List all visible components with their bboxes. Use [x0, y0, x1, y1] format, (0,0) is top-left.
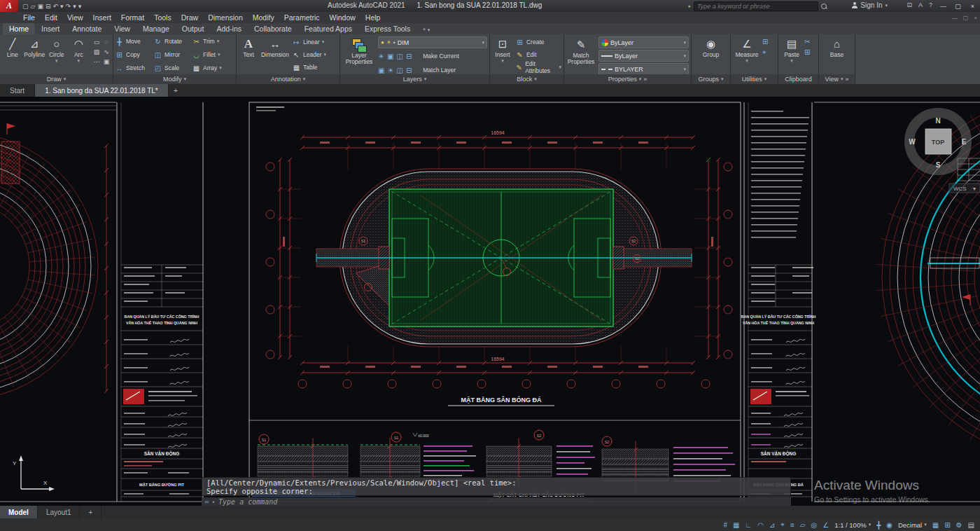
tab-home[interactable]: Home	[3, 23, 35, 34]
units-control[interactable]: Decimal▾	[898, 521, 927, 529]
make-current-button[interactable]: Make Current	[414, 50, 459, 62]
menu-draw[interactable]: Draw	[176, 13, 204, 22]
menu-tools[interactable]: Tools	[149, 13, 176, 22]
fillet-button[interactable]: ◡Fillet▾	[192, 48, 232, 61]
undo-caret-icon[interactable]: ▾	[60, 3, 64, 10]
dimension-button[interactable]: ↔ Dimension	[260, 34, 290, 58]
panel-label-modify[interactable]: Modify▾	[113, 74, 236, 84]
doc-close-icon[interactable]: ×	[974, 15, 977, 21]
ribbon-options-icon[interactable]: ▪ ▾	[416, 23, 436, 34]
trim-button[interactable]: ✂Trim▾	[192, 35, 232, 48]
menu-edit[interactable]: Edit	[40, 13, 62, 22]
panel-label-utilities[interactable]: Utilities▾	[731, 74, 778, 84]
tab-addins[interactable]: Add-ins	[210, 23, 248, 34]
object-snap-icon[interactable]: ⌖	[780, 520, 785, 529]
search-flyout-icon[interactable]: ▸	[688, 4, 691, 9]
layer-tool-icon[interactable]: ☀	[387, 67, 393, 74]
layer-tool-icon[interactable]: ⊟	[406, 53, 412, 60]
polar-tracking-icon[interactable]: ◠	[757, 521, 764, 529]
measure-button[interactable]: ∠ Measure ▾	[733, 34, 761, 64]
annotation-monitor-icon[interactable]: ⊞	[944, 521, 950, 529]
base-view-button[interactable]: ⌂ Base	[825, 34, 849, 58]
menu-modify[interactable]: Modify	[248, 13, 279, 22]
app-logo-icon[interactable]: A	[0, 0, 18, 12]
minimize-button[interactable]: —	[936, 0, 951, 12]
panel-label-block[interactable]: Block▾	[490, 74, 564, 84]
region-icon[interactable]: ▣	[102, 57, 111, 67]
annotation-visibility-icon[interactable]: ╋	[876, 521, 881, 529]
menu-format[interactable]: Format	[116, 13, 149, 22]
panel-label-draw[interactable]: Draw▾	[0, 74, 113, 84]
autoscale-icon[interactable]: ◉	[886, 521, 892, 529]
tab-express-tools[interactable]: Express Tools	[358, 23, 416, 34]
customization-icon[interactable]: ▤	[968, 521, 974, 529]
panel-label-properties[interactable]: Properties▾»	[564, 74, 691, 84]
tab-view[interactable]: View	[108, 23, 136, 34]
copy-clip-icon[interactable]: ⊞	[804, 48, 810, 56]
tab-model[interactable]: Model	[0, 506, 38, 518]
layer-freeze-icon[interactable]: ☀	[386, 39, 391, 46]
doc-minimize-icon[interactable]: —	[952, 15, 958, 21]
hardware-acceleration-icon[interactable]: ⚙	[956, 521, 962, 529]
tab-collaborate[interactable]: Collaborate	[248, 23, 298, 34]
mirror-button[interactable]: ◫Mirror	[153, 48, 192, 61]
search-icon[interactable]	[821, 4, 827, 10]
snap-toggle-icon[interactable]: ▦	[733, 521, 739, 529]
layer-combo-caret-icon[interactable]: ▾	[482, 40, 484, 46]
ortho-toggle-icon[interactable]: ∟	[745, 521, 752, 529]
circle-button[interactable]: ○ Circle ▾	[46, 34, 68, 64]
autodesk-account-icon[interactable]: A	[918, 1, 923, 8]
match-properties-button[interactable]: ✎ Match Properties	[566, 35, 596, 65]
undo-icon[interactable]: ↶	[53, 3, 59, 10]
hatch-icon[interactable]: ▨	[92, 47, 102, 57]
menu-insert[interactable]: Insert	[88, 13, 116, 22]
tab-output[interactable]: Output	[176, 23, 211, 34]
panel-label-view[interactable]: View▾»	[819, 74, 855, 84]
sign-in-button[interactable]: Sign In ▾	[851, 1, 888, 9]
menu-dimension[interactable]: Dimension	[203, 13, 248, 22]
scale-button[interactable]: ◰Scale	[153, 62, 192, 74]
selection-cycling-icon[interactable]: ◎	[811, 521, 818, 529]
polyline-button[interactable]: ⊿ Polyline	[24, 34, 46, 58]
recent-commands-icon[interactable]: ▾	[212, 499, 215, 505]
group-button[interactable]: ◉ Group	[697, 34, 725, 58]
menu-help[interactable]: Help	[360, 13, 386, 22]
menu-window[interactable]: Window	[324, 13, 360, 22]
panel-label-clipboard[interactable]: Clipboard	[778, 74, 818, 84]
new-drawing-tab-button[interactable]: +	[169, 84, 183, 97]
tab-layout1[interactable]: Layout1	[38, 506, 80, 518]
dynamic-ucs-icon[interactable]: ∠	[822, 521, 829, 529]
tab-featured-apps[interactable]: Featured Apps	[298, 23, 358, 34]
search-input[interactable]	[694, 1, 818, 11]
quick-calc-icon[interactable]: ⊞	[762, 38, 768, 46]
tab-manage[interactable]: Manage	[136, 23, 176, 34]
layer-tool-icon[interactable]: ▣	[387, 53, 393, 60]
menu-file[interactable]: File	[18, 13, 40, 22]
insert-block-button[interactable]: ⊡ Insert ▾	[492, 34, 513, 64]
create-block-button[interactable]: ⊞Create	[515, 36, 561, 48]
workspace-switching-icon[interactable]: ▦	[932, 521, 939, 529]
plot-icon[interactable]: ⊟	[46, 3, 51, 10]
arc-button[interactable]: ◠ Arc ▾	[68, 34, 90, 64]
redo-caret-icon[interactable]: ▾	[73, 3, 76, 10]
lineweight-control[interactable]: ByLayer ▾	[598, 50, 689, 62]
panel-label-groups[interactable]: Groups▾	[692, 74, 730, 84]
move-button[interactable]: ╋Move	[115, 35, 153, 48]
layer-on-icon[interactable]: ●	[381, 39, 384, 46]
layer-tool-icon[interactable]: ☀	[378, 53, 384, 60]
layer-tool-icon[interactable]: ⊟	[406, 67, 412, 74]
tab-start[interactable]: Start	[0, 84, 35, 97]
tab-active-drawing[interactable]: 1. San bong da SUA 22.01.2018 TL*	[35, 84, 169, 97]
edit-attributes-button[interactable]: ✎Edit Attributes▾	[515, 61, 561, 74]
redo-icon[interactable]: ↷	[66, 3, 71, 10]
paste-button[interactable]: ▤ Paste ▾	[780, 34, 803, 64]
point-icon[interactable]: ⋯	[92, 57, 102, 67]
tab-insert[interactable]: Insert	[35, 23, 66, 34]
spline-icon[interactable]: ∿	[102, 47, 111, 57]
model-space-canvas[interactable]: S1 S2 S2 S1 S1 S2 S2 ±0.000 16594	[0, 97, 980, 506]
annotation-scale-control[interactable]: 1:1 / 100%▾	[834, 521, 871, 529]
command-history[interactable]: [All/Center/Dynamic/Extents/Previous/Sca…	[202, 477, 791, 496]
array-button[interactable]: ▦Array▾	[192, 62, 232, 74]
panel-label-layers[interactable]: Layers▾	[340, 74, 489, 84]
linear-button[interactable]: ↦Linear▾	[292, 36, 326, 48]
